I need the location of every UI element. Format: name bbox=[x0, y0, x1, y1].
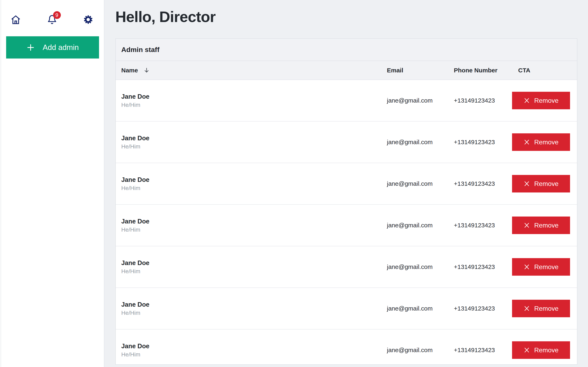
remove-label: Remove bbox=[534, 222, 558, 229]
table-row: Jane Doe He/Him jane@gmail.com +13149123… bbox=[116, 246, 577, 288]
cta-cell: Remove bbox=[512, 258, 570, 276]
email-cell: jane@gmail.com bbox=[387, 180, 454, 187]
main-content: Hello, Director Admin staff Name Email P… bbox=[104, 0, 588, 367]
admin-name: Jane Doe bbox=[121, 218, 387, 225]
table-row: Jane Doe He/Him jane@gmail.com +13149123… bbox=[116, 329, 577, 365]
card-title: Admin staff bbox=[121, 46, 159, 54]
add-admin-button[interactable]: Add admin bbox=[6, 36, 99, 58]
admin-pronouns: He/Him bbox=[121, 185, 387, 192]
phone-cell: +13149123423 bbox=[454, 347, 512, 354]
remove-button[interactable]: Remove bbox=[512, 258, 570, 276]
admin-pronouns: He/Him bbox=[121, 143, 387, 150]
admin-pronouns: He/Him bbox=[121, 226, 387, 233]
name-cell: Jane Doe He/Him bbox=[121, 301, 387, 316]
x-icon bbox=[523, 347, 530, 353]
admin-pronouns: He/Him bbox=[121, 351, 387, 358]
table-row: Jane Doe He/Him jane@gmail.com +13149123… bbox=[116, 205, 577, 246]
admin-pronouns: He/Him bbox=[121, 102, 387, 108]
card-header: Admin staff bbox=[116, 39, 577, 61]
name-cell: Jane Doe He/Him bbox=[121, 134, 387, 150]
table-row: Jane Doe He/Him jane@gmail.com +13149123… bbox=[116, 288, 577, 329]
admin-staff-card: Admin staff Name Email Phone Number CTA bbox=[115, 38, 577, 365]
table-header-row: Name Email Phone Number CTA bbox=[116, 61, 577, 80]
phone-cell: +13149123423 bbox=[454, 139, 512, 146]
column-header-name[interactable]: Name bbox=[121, 67, 387, 74]
table-body: Jane Doe He/Him jane@gmail.com +13149123… bbox=[116, 80, 577, 365]
x-icon bbox=[523, 180, 530, 187]
phone-cell: +13149123423 bbox=[454, 222, 512, 229]
remove-label: Remove bbox=[534, 346, 558, 354]
cta-cell: Remove bbox=[512, 341, 570, 359]
remove-label: Remove bbox=[534, 97, 558, 104]
remove-label: Remove bbox=[534, 305, 558, 312]
settings-button[interactable] bbox=[83, 15, 93, 25]
home-button[interactable] bbox=[11, 15, 21, 25]
notifications-button[interactable]: 9 bbox=[47, 15, 57, 25]
gear-icon bbox=[83, 15, 93, 25]
cta-cell: Remove bbox=[512, 92, 570, 109]
column-header-email: Email bbox=[387, 67, 454, 74]
notification-badge: 9 bbox=[53, 11, 61, 19]
cta-cell: Remove bbox=[512, 175, 570, 192]
phone-cell: +13149123423 bbox=[454, 180, 512, 187]
add-admin-label: Add admin bbox=[43, 43, 79, 52]
name-cell: Jane Doe He/Him bbox=[121, 259, 387, 275]
plus-icon bbox=[26, 43, 35, 52]
x-icon bbox=[523, 222, 530, 229]
email-cell: jane@gmail.com bbox=[387, 347, 454, 354]
remove-label: Remove bbox=[534, 180, 558, 188]
page-title: Hello, Director bbox=[115, 8, 577, 25]
email-cell: jane@gmail.com bbox=[387, 263, 454, 270]
admin-pronouns: He/Him bbox=[121, 268, 387, 275]
cta-cell: Remove bbox=[512, 133, 570, 151]
admin-name: Jane Doe bbox=[121, 259, 387, 267]
name-cell: Jane Doe He/Him bbox=[121, 218, 387, 233]
email-cell: jane@gmail.com bbox=[387, 222, 454, 229]
x-icon bbox=[523, 97, 530, 104]
cta-cell: Remove bbox=[512, 217, 570, 234]
admin-name: Jane Doe bbox=[121, 301, 387, 308]
admin-name: Jane Doe bbox=[121, 342, 387, 350]
remove-button[interactable]: Remove bbox=[512, 217, 570, 234]
table-row: Jane Doe He/Him jane@gmail.com +13149123… bbox=[116, 122, 577, 163]
remove-button[interactable]: Remove bbox=[512, 341, 570, 359]
remove-button[interactable]: Remove bbox=[512, 300, 570, 317]
email-cell: jane@gmail.com bbox=[387, 97, 454, 104]
name-cell: Jane Doe He/Him bbox=[121, 342, 387, 358]
home-icon bbox=[11, 15, 21, 25]
email-cell: jane@gmail.com bbox=[387, 305, 454, 312]
x-icon bbox=[523, 139, 530, 145]
remove-button[interactable]: Remove bbox=[512, 175, 570, 192]
admin-name: Jane Doe bbox=[121, 93, 387, 100]
remove-label: Remove bbox=[534, 138, 558, 146]
email-cell: jane@gmail.com bbox=[387, 139, 454, 146]
x-icon bbox=[523, 264, 530, 270]
column-header-cta: CTA bbox=[512, 67, 570, 74]
column-header-phone: Phone Number bbox=[454, 67, 512, 74]
sidebar: 9 bbox=[0, 0, 104, 367]
column-header-name-label: Name bbox=[121, 67, 138, 74]
admin-pronouns: He/Him bbox=[121, 310, 387, 316]
phone-cell: +13149123423 bbox=[454, 305, 512, 312]
remove-label: Remove bbox=[534, 263, 558, 271]
remove-button[interactable]: Remove bbox=[512, 92, 570, 109]
arrow-down-icon bbox=[143, 67, 150, 74]
phone-cell: +13149123423 bbox=[454, 263, 512, 270]
admin-name: Jane Doe bbox=[121, 134, 387, 142]
sidebar-nav: 9 bbox=[0, 0, 104, 25]
name-cell: Jane Doe He/Him bbox=[121, 93, 387, 108]
table-row: Jane Doe He/Him jane@gmail.com +13149123… bbox=[116, 80, 577, 122]
remove-button[interactable]: Remove bbox=[512, 133, 570, 151]
table-row: Jane Doe He/Him jane@gmail.com +13149123… bbox=[116, 163, 577, 205]
admin-name: Jane Doe bbox=[121, 176, 387, 184]
phone-cell: +13149123423 bbox=[454, 97, 512, 104]
x-icon bbox=[523, 305, 530, 312]
cta-cell: Remove bbox=[512, 300, 570, 317]
name-cell: Jane Doe He/Him bbox=[121, 176, 387, 192]
